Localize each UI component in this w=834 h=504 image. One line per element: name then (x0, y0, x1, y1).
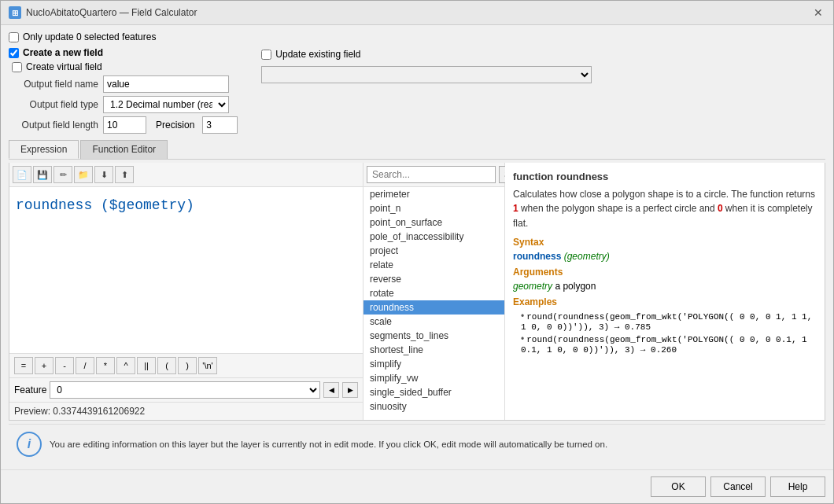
output-field-type-row: Output field type 1.2 Decimal number (re… (12, 96, 238, 113)
update-existing-select[interactable] (261, 66, 592, 83)
arguments-label: Arguments (513, 267, 817, 278)
arg-desc: a polygon (555, 281, 596, 292)
save-expression-button[interactable]: 💾 (33, 166, 52, 183)
argument-row: geometry a polygon (513, 281, 817, 292)
expression-toolbar: 📄 💾 ✏ 📁 ⬇ ⬆ (9, 163, 363, 187)
func-item-single-sided-buffer[interactable]: single_sided_buffer (363, 385, 504, 399)
func-item-relate[interactable]: relate (363, 258, 504, 272)
func-item-sinuosity[interactable]: sinuosity (363, 399, 504, 414)
op-close-paren[interactable]: ) (178, 357, 197, 374)
op-plus[interactable]: + (35, 357, 54, 374)
only-update-label: Only update 0 selected features (23, 31, 156, 42)
feature-next-button[interactable]: ▶ (342, 382, 358, 398)
search-row: Show Help (363, 163, 504, 187)
create-new-field-checkbox[interactable] (9, 48, 19, 58)
preview-value: 0.3374439161206922 (53, 406, 145, 417)
expression-display[interactable]: roundness ($geometry) (9, 187, 363, 353)
op-open-paren[interactable]: ( (157, 357, 176, 374)
preview-label: Preview: (14, 406, 50, 417)
feature-prev-button[interactable]: ◀ (323, 382, 339, 398)
func-item-shortest-line[interactable]: shortest_line (363, 343, 504, 357)
arg-name: geometry (513, 281, 552, 292)
operators-row: = + - / * ^ || ( ) '\n' (9, 353, 363, 377)
help-button[interactable]: Help (770, 476, 825, 497)
bottom-info-bar: i You are editing information on this la… (9, 424, 825, 463)
syntax-line: roundness (geometry) (513, 251, 817, 262)
cancel-button[interactable]: Cancel (710, 476, 766, 497)
func-item-segments-to-lines[interactable]: segments_to_lines (363, 329, 504, 343)
op-newline[interactable]: '\n' (198, 357, 217, 374)
func-item-point-on-surface[interactable]: point_on_surface (363, 215, 504, 230)
load-expression-button[interactable]: 📁 (74, 166, 93, 183)
feature-select[interactable]: 0 (50, 381, 320, 399)
help-description: Calculates how close a polygon shape is … (513, 187, 817, 230)
main-content: Only update 0 selected features Create a… (1, 25, 833, 469)
output-field-length-row: Output field length Precision (12, 116, 238, 134)
output-field-type-select[interactable]: 1.2 Decimal number (real) (103, 96, 229, 113)
syntax-label: Syntax (513, 237, 817, 248)
ok-button[interactable]: OK (651, 476, 706, 497)
output-field-name-label: Output field name (12, 79, 98, 90)
update-existing-label: Update existing field (275, 49, 360, 60)
info-text: You are editing information on this laye… (50, 440, 817, 449)
op-power[interactable]: ^ (116, 357, 135, 374)
only-update-row: Only update 0 selected features (9, 31, 825, 42)
precision-label: Precision (156, 120, 194, 131)
function-list: perimeter point_n point_on_surface pole_… (363, 187, 504, 420)
titlebar-left: ⊞ NucloAbitatoQuartero — Field Calculato… (9, 6, 197, 19)
create-new-field-label: Create a new field (23, 47, 103, 58)
edit-expression-button[interactable]: ✏ (54, 166, 72, 183)
function-list-panel: Show Help perimeter point_n point_on_sur… (363, 163, 505, 420)
syntax-func: roundness (513, 251, 561, 262)
create-virtual-checkbox[interactable] (12, 62, 22, 72)
main-panels: 📄 💾 ✏ 📁 ⬇ ⬆ roundness ($geometry) = + - … (9, 163, 825, 421)
func-item-point-n[interactable]: point_n (363, 201, 504, 215)
output-field-type-label: Output field type (12, 99, 98, 110)
search-input[interactable] (367, 166, 496, 183)
help-title: function roundness (513, 171, 817, 182)
feature-label: Feature (14, 384, 46, 395)
close-button[interactable]: ✕ (811, 6, 825, 20)
tab-expression[interactable]: Expression (9, 140, 79, 159)
only-update-checkbox[interactable] (9, 32, 19, 42)
titlebar: ⊞ NucloAbitatoQuartero — Field Calculato… (1, 1, 833, 25)
new-expression-button[interactable]: 📄 (13, 166, 31, 183)
output-field-name-input[interactable] (103, 75, 229, 93)
example2: • round(roundness(geom_from_wkt('POLYGON… (521, 333, 817, 355)
func-item-pole-of-inaccessibility[interactable]: pole_of_inaccessibility (363, 230, 504, 244)
export-expression-button[interactable]: ⬆ (115, 166, 134, 183)
preview-row: Preview: 0.3374439161206922 (9, 402, 363, 420)
output-field-name-row: Output field name (12, 75, 238, 93)
window-title: NucloAbitatoQuartero — Field Calculator (26, 7, 197, 18)
import-expression-button[interactable]: ⬇ (94, 166, 113, 183)
func-item-reverse[interactable]: reverse (363, 272, 504, 286)
tabs: Expression Function Editor (9, 140, 825, 160)
op-equals[interactable]: = (14, 357, 33, 374)
func-item-simplify-vw[interactable]: simplify_vw (363, 371, 504, 385)
func-item-simplify[interactable]: simplify (363, 357, 504, 371)
feature-row: Feature 0 ◀ ▶ (9, 377, 363, 402)
app-icon: ⊞ (9, 6, 21, 19)
op-divide[interactable]: / (76, 357, 94, 374)
help-panel: function roundness Calculates how close … (505, 163, 825, 420)
expression-panel: 📄 💾 ✏ 📁 ⬇ ⬆ roundness ($geometry) = + - … (9, 163, 363, 420)
func-item-perimeter[interactable]: perimeter (363, 187, 504, 201)
update-existing-row: Update existing field (261, 49, 592, 60)
example2-code: round(roundness(geom_from_wkt('POLYGON((… (521, 335, 807, 355)
func-item-roundness[interactable]: roundness (363, 300, 504, 315)
op-multiply[interactable]: * (96, 357, 115, 374)
func-item-project[interactable]: project (363, 244, 504, 258)
output-field-length-input[interactable] (103, 116, 146, 134)
func-item-scale[interactable]: scale (363, 315, 504, 329)
precision-input[interactable] (202, 116, 238, 134)
examples-label: Examples (513, 296, 817, 307)
output-field-length-label: Output field length (12, 120, 98, 131)
help-highlight1: 1 (513, 203, 518, 214)
example1-code: round(roundness(geom_from_wkt('POLYGON((… (521, 312, 812, 332)
func-item-rotate[interactable]: rotate (363, 286, 504, 300)
create-new-field-row: Create a new field (9, 47, 238, 58)
op-concat[interactable]: || (137, 357, 156, 374)
update-existing-checkbox[interactable] (261, 50, 271, 60)
tab-function-editor[interactable]: Function Editor (80, 140, 168, 159)
op-minus[interactable]: - (55, 357, 74, 374)
